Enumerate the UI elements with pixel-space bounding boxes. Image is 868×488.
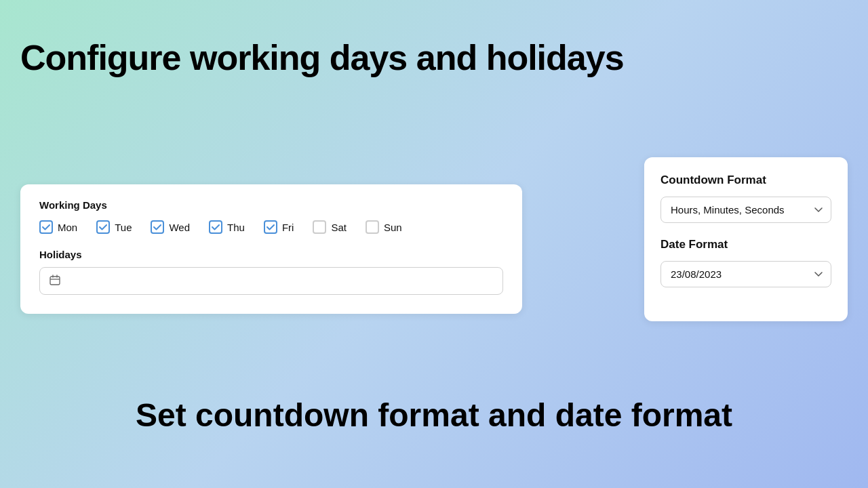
date-format-label: Date Format xyxy=(660,238,831,251)
holidays-input[interactable] xyxy=(39,267,503,295)
day-label-wed: Wed xyxy=(169,222,190,233)
checkbox-thu[interactable] xyxy=(209,220,222,234)
day-label-mon: Mon xyxy=(58,222,77,233)
checkbox-tue[interactable] xyxy=(96,220,110,234)
day-fri[interactable]: Fri xyxy=(264,220,294,234)
checkbox-mon[interactable] xyxy=(39,220,53,234)
page-title: Configure working days and holidays xyxy=(20,37,624,78)
day-label-fri: Fri xyxy=(282,222,294,233)
countdown-format-select[interactable]: Hours, Minutes, Seconds Hours, Minutes D… xyxy=(660,197,831,223)
svg-rect-0 xyxy=(50,277,60,285)
checkbox-wed[interactable] xyxy=(151,220,164,234)
checkbox-fri[interactable] xyxy=(264,220,277,234)
day-tue[interactable]: Tue xyxy=(96,220,132,234)
working-days-card: Working Days Mon Tue Wed Thu Fri xyxy=(20,184,522,314)
calendar-icon xyxy=(50,274,60,287)
day-sat[interactable]: Sat xyxy=(313,220,347,234)
checkbox-sun[interactable] xyxy=(366,220,379,234)
checkbox-sat[interactable] xyxy=(313,220,326,234)
working-days-label: Working Days xyxy=(39,199,503,211)
day-label-tue: Tue xyxy=(115,222,132,233)
countdown-format-label: Countdown Format xyxy=(660,174,831,187)
day-mon[interactable]: Mon xyxy=(39,220,77,234)
day-label-sun: Sun xyxy=(384,222,402,233)
day-label-thu: Thu xyxy=(227,222,245,233)
day-sun[interactable]: Sun xyxy=(366,220,402,234)
day-wed[interactable]: Wed xyxy=(151,220,190,234)
format-card: Countdown Format Hours, Minutes, Seconds… xyxy=(644,157,848,321)
days-row: Mon Tue Wed Thu Fri Sat Sun xyxy=(39,220,503,234)
bottom-title: Set countdown format and date format xyxy=(0,396,868,434)
day-label-sat: Sat xyxy=(331,222,347,233)
day-thu[interactable]: Thu xyxy=(209,220,245,234)
holidays-section: Holidays xyxy=(39,249,503,295)
date-format-select[interactable]: 23/08/2023 08/23/2023 2023-08-23 Aug 23,… xyxy=(660,261,831,287)
holidays-label: Holidays xyxy=(39,249,503,260)
